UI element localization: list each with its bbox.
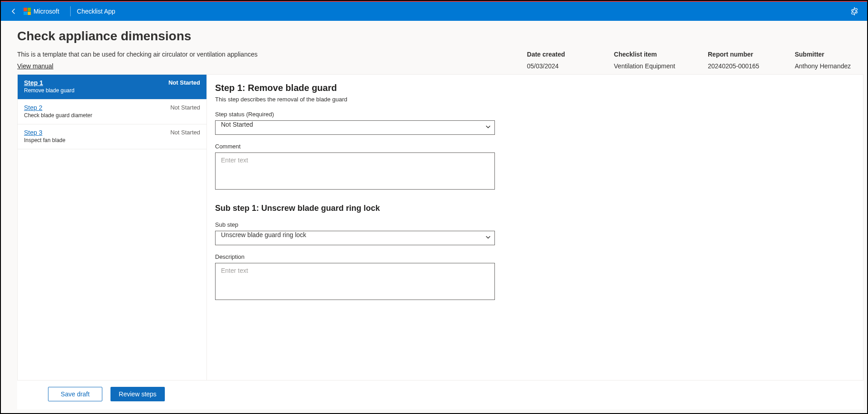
step-status: Not Started bbox=[170, 104, 200, 111]
meta-value: 05/03/2024 bbox=[527, 62, 581, 70]
body-area: Step 1 Not Started Remove blade guard St… bbox=[17, 74, 863, 380]
step-link[interactable]: Step 1 bbox=[24, 79, 43, 86]
step-subtitle: Inspect fan blade bbox=[24, 137, 200, 143]
step-item-3[interactable]: Step 3 Not Started Inspect fan blade bbox=[18, 124, 206, 149]
meta-checklist-item: Checklist item Ventilation Equipment bbox=[614, 51, 675, 70]
description-label: Description bbox=[215, 253, 846, 260]
meta-label: Date created bbox=[527, 51, 581, 58]
step-list: Step 1 Not Started Remove blade guard St… bbox=[18, 75, 207, 380]
meta-label: Checklist item bbox=[614, 51, 675, 58]
meta-label: Submitter bbox=[795, 51, 851, 58]
step-status: Not Started bbox=[168, 79, 200, 86]
substep-label: Sub step bbox=[215, 221, 846, 228]
meta-value: 20240205-000165 bbox=[708, 62, 762, 70]
footer: Save draft Review steps bbox=[17, 380, 863, 409]
substep-select[interactable]: Unscrew blade guard ring lock bbox=[215, 231, 495, 245]
meta-report-number: Report number 20240205-000165 bbox=[708, 51, 762, 70]
substep-value[interactable]: Unscrew blade guard ring lock bbox=[215, 231, 495, 245]
step-item-1[interactable]: Step 1 Not Started Remove blade guard bbox=[18, 75, 206, 100]
step-link[interactable]: Step 3 bbox=[24, 129, 42, 136]
page-header: Check appliance dimensions bbox=[1, 21, 867, 51]
comment-textarea[interactable] bbox=[215, 152, 495, 190]
meta-label: Report number bbox=[708, 51, 762, 58]
description-textarea[interactable] bbox=[215, 263, 495, 300]
topbar-divider bbox=[70, 6, 71, 16]
step-status: Not Started bbox=[170, 129, 200, 136]
meta-submitter: Submitter Anthony Hernandez bbox=[795, 51, 851, 70]
app-container: Microsoft Checklist App Check appliance … bbox=[1, 1, 867, 413]
comment-label: Comment bbox=[215, 143, 846, 150]
back-button[interactable] bbox=[6, 8, 21, 15]
step-status-select[interactable]: Not Started bbox=[215, 120, 495, 135]
settings-button[interactable] bbox=[847, 4, 862, 19]
metadata-row: This is a template that can be used for … bbox=[1, 51, 867, 71]
gear-icon bbox=[850, 7, 859, 16]
step-item-2[interactable]: Step 2 Not Started Check blade guard dia… bbox=[18, 100, 206, 124]
detail-description: This step describes the removal of the b… bbox=[215, 96, 846, 103]
meta-value: Anthony Hernandez bbox=[795, 62, 851, 70]
page-title: Check appliance dimensions bbox=[17, 29, 851, 43]
review-steps-button[interactable]: Review steps bbox=[110, 387, 165, 401]
detail-pane[interactable]: Step 1: Remove blade guard This step des… bbox=[207, 75, 863, 380]
view-manual-link[interactable]: View manual bbox=[17, 62, 53, 70]
step-subtitle: Remove blade guard bbox=[24, 87, 200, 94]
app-title: Checklist App bbox=[77, 8, 115, 15]
detail-title: Step 1: Remove blade guard bbox=[215, 83, 846, 93]
topbar: Microsoft Checklist App bbox=[1, 1, 867, 21]
meta-date-created: Date created 05/03/2024 bbox=[527, 51, 581, 70]
save-draft-button[interactable]: Save draft bbox=[48, 387, 102, 401]
vendor-brand: Microsoft bbox=[24, 8, 59, 15]
substep-title: Sub step 1: Unscrew blade guard ring loc… bbox=[215, 204, 846, 213]
step-status-value[interactable]: Not Started bbox=[215, 120, 495, 135]
step-link[interactable]: Step 2 bbox=[24, 104, 42, 111]
step-subtitle: Check blade guard diameter bbox=[24, 112, 200, 119]
microsoft-logo-icon bbox=[24, 8, 31, 15]
step-status-label: Step status (Required) bbox=[215, 111, 846, 118]
page-description: This is a template that can be used for … bbox=[17, 51, 505, 58]
meta-value: Ventilation Equipment bbox=[614, 62, 675, 70]
vendor-name: Microsoft bbox=[34, 8, 59, 15]
